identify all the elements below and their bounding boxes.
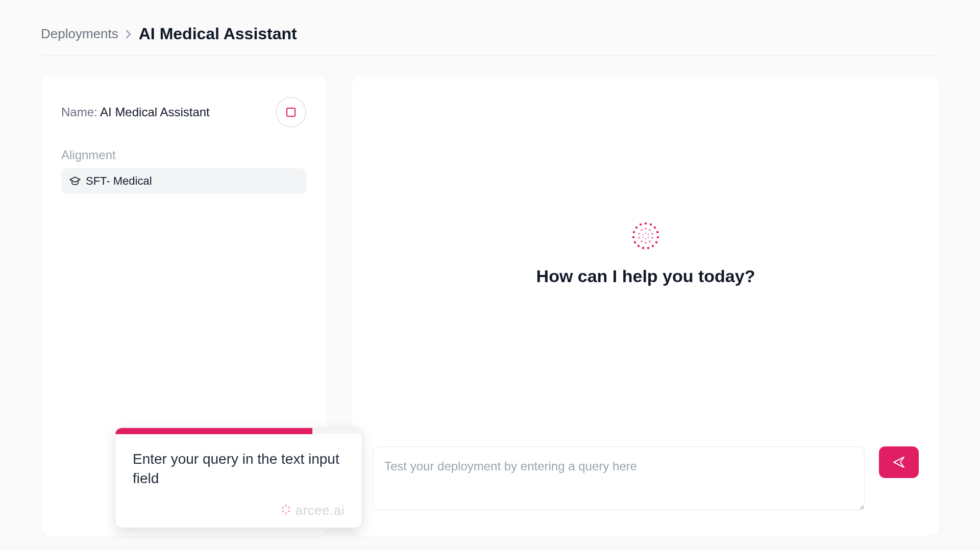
send-button[interactable]	[879, 446, 919, 478]
svg-point-26	[648, 234, 649, 235]
svg-point-34	[285, 512, 287, 514]
alignment-section-label: Alignment	[61, 148, 306, 162]
svg-point-16	[649, 229, 650, 231]
send-icon	[892, 456, 905, 469]
svg-point-24	[641, 229, 642, 231]
tooltip-message: Enter your query in the text input field	[133, 449, 345, 488]
svg-point-21	[641, 240, 642, 242]
tooltip-brand-text: arcee.ai	[296, 503, 345, 518]
svg-point-10	[634, 241, 636, 243]
svg-point-31	[285, 505, 287, 507]
svg-point-19	[649, 240, 650, 242]
deployment-name-value: AI Medical Assistant	[100, 105, 210, 119]
svg-point-20	[645, 242, 646, 243]
deployment-name-label: Name:	[61, 105, 100, 119]
svg-point-17	[651, 233, 653, 234]
tooltip-progress-bar	[115, 428, 362, 434]
query-input[interactable]	[373, 446, 865, 510]
svg-point-2	[654, 227, 656, 229]
svg-point-30	[643, 234, 644, 235]
svg-point-28	[645, 238, 646, 239]
svg-point-1	[650, 223, 652, 226]
svg-point-33	[288, 510, 290, 512]
stop-icon	[286, 108, 296, 117]
tooltip-progress-fill	[115, 428, 312, 434]
svg-point-9	[638, 245, 640, 247]
chat-greeting: How can I help you today?	[536, 266, 755, 286]
assistant-logo-icon	[629, 219, 662, 252]
svg-point-29	[643, 237, 644, 238]
tooltip-brand: arcee.ai	[133, 503, 345, 518]
svg-point-22	[638, 237, 640, 238]
deployment-name: Name: AI Medical Assistant	[61, 105, 210, 119]
svg-point-36	[282, 507, 284, 509]
svg-point-13	[635, 227, 638, 229]
breadcrumb-deployments-link[interactable]: Deployments	[41, 26, 118, 42]
brand-logo-icon	[280, 504, 291, 517]
svg-point-0	[645, 222, 647, 224]
tooltip-arrow-icon	[361, 470, 362, 485]
graduation-cap-icon	[69, 177, 81, 186]
chat-panel: How can I help you today?	[352, 77, 939, 536]
svg-point-35	[282, 510, 284, 512]
svg-point-3	[656, 231, 658, 233]
stop-button[interactable]	[276, 97, 306, 128]
svg-point-7	[647, 247, 649, 249]
svg-point-5	[655, 241, 657, 243]
svg-point-23	[638, 233, 640, 234]
svg-point-25	[645, 233, 646, 234]
alignment-value: SFT- Medical	[86, 174, 152, 188]
svg-point-8	[642, 247, 644, 249]
svg-point-27	[648, 237, 649, 238]
svg-point-12	[633, 231, 635, 233]
svg-point-18	[651, 237, 653, 238]
svg-point-4	[657, 236, 659, 238]
alignment-chip[interactable]: SFT- Medical	[61, 168, 306, 194]
page-title: AI Medical Assistant	[139, 24, 297, 43]
onboarding-tooltip: Enter your query in the text input field…	[115, 428, 362, 528]
svg-point-11	[632, 236, 634, 238]
svg-point-6	[652, 245, 654, 247]
chevron-right-icon	[126, 30, 132, 39]
breadcrumb: Deployments AI Medical Assistant	[20, 0, 960, 56]
svg-point-32	[288, 507, 290, 509]
svg-point-14	[640, 223, 642, 226]
svg-point-15	[645, 228, 646, 229]
